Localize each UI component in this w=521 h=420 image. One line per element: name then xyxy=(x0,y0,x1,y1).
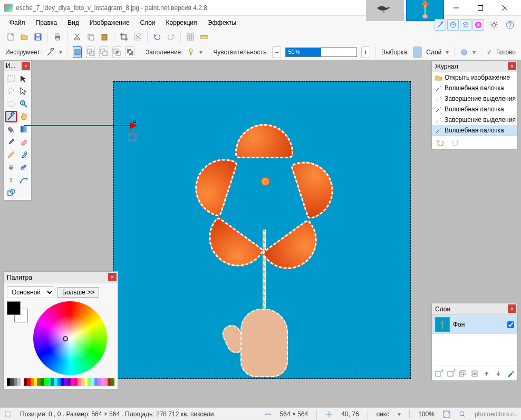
primary-color-swatch[interactable] xyxy=(7,301,21,315)
tool-move-pixels[interactable] xyxy=(18,85,30,97)
layer-delete-icon[interactable]: × xyxy=(446,368,456,379)
tool-recolor[interactable] xyxy=(18,161,30,173)
redo-icon[interactable] xyxy=(166,32,176,42)
tool-move-selection[interactable] xyxy=(18,73,30,84)
grid-icon[interactable] xyxy=(185,32,196,42)
selection-mode-intersect[interactable] xyxy=(112,46,121,58)
new-icon[interactable] xyxy=(5,32,16,42)
palette-header[interactable]: Палитра × xyxy=(4,272,118,283)
tool-magic-wand[interactable] xyxy=(5,111,17,122)
cut-icon[interactable] xyxy=(72,32,82,42)
doc-thumb-2[interactable] xyxy=(406,0,444,21)
layer-item[interactable]: Фон xyxy=(432,315,517,334)
layer-merge-icon[interactable] xyxy=(470,368,480,379)
tolerance-slider[interactable]: 50% xyxy=(285,47,357,57)
tool-eraser[interactable] xyxy=(18,136,30,148)
copy-icon[interactable] xyxy=(85,32,96,42)
tolerance-plus[interactable]: + xyxy=(361,46,370,58)
menu-view[interactable]: Вид xyxy=(63,17,83,28)
menu-edit[interactable]: Правка xyxy=(32,17,62,28)
tolerance-minus[interactable]: − xyxy=(272,46,281,58)
open-icon[interactable] xyxy=(19,32,30,42)
minimize-button[interactable] xyxy=(444,0,468,16)
flood-mode-icon[interactable] xyxy=(187,47,195,58)
tool-text[interactable]: T xyxy=(5,174,17,186)
history-item[interactable]: Волшебная палочка xyxy=(432,104,517,114)
color-swatches[interactable] xyxy=(7,301,28,322)
palette-color-mode[interactable]: Основной xyxy=(7,287,54,298)
layer-add-icon[interactable]: + xyxy=(434,368,444,379)
history-item[interactable]: Волшебная палочка xyxy=(432,83,517,93)
close-button[interactable] xyxy=(493,0,517,16)
tools-panel-header[interactable]: И... × xyxy=(4,61,31,71)
ruler-icon[interactable] xyxy=(199,32,209,42)
tool-pencil[interactable] xyxy=(5,149,17,160)
tools-toggle[interactable] xyxy=(435,19,446,31)
history-item[interactable]: Завершение выделения палочкой xyxy=(432,93,517,104)
history-header[interactable]: Журнал × xyxy=(432,61,517,72)
color-wheel-cursor[interactable] xyxy=(63,336,68,341)
tool-rect-select[interactable] xyxy=(5,73,17,84)
layer-properties-icon[interactable] xyxy=(505,368,515,379)
fit-icon[interactable] xyxy=(443,411,450,418)
paste-icon[interactable] xyxy=(99,32,110,42)
selection-mode-xor[interactable] xyxy=(126,46,134,58)
colors-toggle[interactable] xyxy=(472,19,484,31)
selection-mode-replace[interactable] xyxy=(73,46,82,58)
tools-close-icon[interactable]: × xyxy=(22,62,30,70)
palette-more-button[interactable]: Больше >> xyxy=(57,287,99,298)
crop-icon[interactable] xyxy=(119,32,129,42)
undo-icon[interactable] xyxy=(152,32,162,42)
layer-visibility-checkbox[interactable] xyxy=(507,321,514,328)
layers-header[interactable]: Слои × xyxy=(432,303,517,315)
menu-effects[interactable]: Эффекты xyxy=(204,17,241,28)
deselect-icon[interactable] xyxy=(132,32,143,42)
move-handle-icon[interactable] xyxy=(128,132,137,142)
sampling-swatch[interactable] xyxy=(413,46,422,58)
tool-ellipse-select[interactable] xyxy=(5,98,17,110)
canvas[interactable] xyxy=(113,81,411,379)
tool-lasso[interactable] xyxy=(5,85,17,97)
menu-file[interactable]: Файл xyxy=(5,17,30,28)
settings-icon[interactable] xyxy=(488,19,500,31)
history-toggle[interactable] xyxy=(447,19,459,31)
layer-duplicate-icon[interactable] xyxy=(458,368,468,379)
history-item[interactable]: Волшебная палочка xyxy=(432,125,517,136)
layers-toggle[interactable] xyxy=(460,19,471,31)
palette-close-icon[interactable]: × xyxy=(108,273,117,281)
tool-shapes[interactable] xyxy=(5,187,17,198)
palette-strip[interactable] xyxy=(7,378,114,386)
tool-clone[interactable] xyxy=(5,161,17,173)
history-close-icon[interactable]: × xyxy=(508,62,516,70)
zoom-icon[interactable] xyxy=(459,411,466,418)
menu-layers[interactable]: Слои xyxy=(136,17,159,28)
history-undo-icon[interactable] xyxy=(435,138,446,148)
layers-close-icon[interactable]: × xyxy=(508,304,516,313)
doc-thumb-1[interactable] xyxy=(366,0,404,21)
help-icon[interactable]: ? xyxy=(504,19,516,31)
layer-down-icon[interactable] xyxy=(494,368,504,379)
antialias-icon[interactable] xyxy=(460,47,468,58)
selection-mode-add[interactable] xyxy=(86,46,95,58)
status-units[interactable]: пикс xyxy=(377,411,390,418)
layer-up-icon[interactable] xyxy=(481,368,491,379)
tool-fill[interactable] xyxy=(5,123,17,135)
active-tool-icon[interactable] xyxy=(46,47,55,58)
save-icon[interactable] xyxy=(33,32,43,42)
print-icon[interactable] xyxy=(52,32,63,42)
history-item[interactable]: Открыть изображение xyxy=(432,72,517,83)
tool-color-picker[interactable] xyxy=(18,149,30,160)
palette-color[interactable] xyxy=(111,378,114,386)
tool-line[interactable] xyxy=(18,174,30,186)
color-wheel[interactable] xyxy=(33,301,107,375)
tool-brush[interactable] xyxy=(5,136,17,148)
history-redo-icon[interactable] xyxy=(450,138,460,148)
tool-pan[interactable] xyxy=(18,111,30,122)
menu-adjustments[interactable]: Коррекция xyxy=(162,17,201,28)
selection-mode-subtract[interactable] xyxy=(99,46,108,58)
menu-image[interactable]: Изображение xyxy=(85,17,134,28)
tool-zoom[interactable] xyxy=(18,98,30,110)
status-zoom[interactable]: 100% xyxy=(418,411,435,418)
maximize-button[interactable] xyxy=(468,0,493,16)
history-item[interactable]: Завершение выделения палочкой xyxy=(432,114,517,125)
